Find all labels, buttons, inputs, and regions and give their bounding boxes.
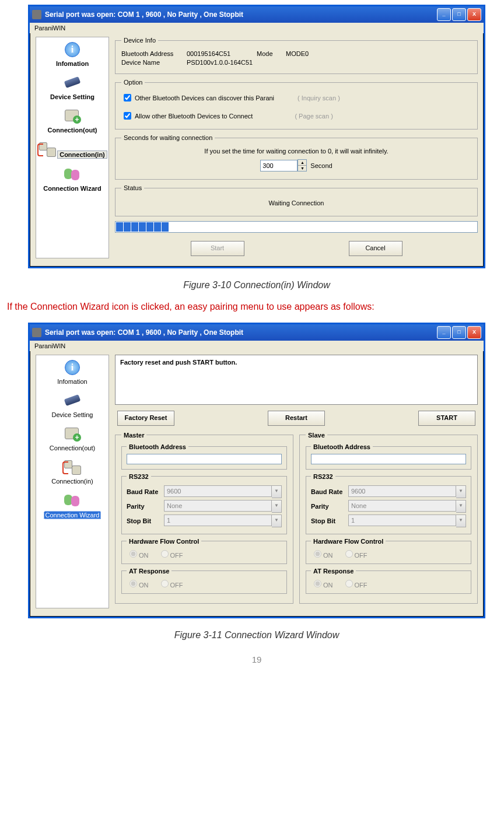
titlebar[interactable]: Serial port was open: COM 1 , 9600 , No …: [30, 6, 484, 23]
off-label: OFF: [355, 552, 368, 559]
allow-connect-label: Allow other Bluetooth Devices to Connect: [135, 113, 253, 120]
hfc-on-radio[interactable]: [130, 550, 137, 558]
hfc-off-radio[interactable]: [161, 550, 169, 558]
maximize-button[interactable]: □: [452, 326, 466, 339]
cancel-button[interactable]: Cancel: [349, 241, 402, 256]
progress-block: [154, 222, 161, 232]
atr-off-radio[interactable]: [161, 580, 169, 587]
sidebar-item-connection-out[interactable]: Connection(out): [36, 422, 108, 455]
menubar-item[interactable]: ParaniWIN: [30, 341, 484, 351]
seconds-input[interactable]: [260, 160, 298, 172]
hfc-legend: Hardware Flow Control: [311, 538, 386, 545]
connection-wizard-window: Serial port was open: COM 1 , 9600 , No …: [28, 323, 485, 618]
device-icon: [62, 393, 82, 408]
hfc-off-radio[interactable]: [345, 550, 353, 558]
chevron-down-icon[interactable]: ▼: [456, 485, 466, 498]
factory-reset-button[interactable]: Factory Reset: [117, 411, 174, 426]
stopbit-select[interactable]: 1: [348, 514, 456, 526]
bluetooth-address-group: Bluetooth Address: [121, 443, 287, 470]
progress-block: [116, 222, 123, 232]
minimize-button[interactable]: _: [437, 326, 451, 339]
stopbit-label: Stop Bit: [311, 517, 348, 524]
titlebar[interactable]: Serial port was open: COM 1 , 9600 , No …: [30, 324, 484, 341]
connection-in-window: Serial port was open: COM 1 , 9600 , No …: [28, 5, 485, 268]
stopbit-select[interactable]: 1: [164, 514, 272, 526]
minimize-button[interactable]: _: [437, 8, 451, 21]
instruction-box: Factory reset and push START button.: [115, 355, 478, 405]
chevron-down-icon[interactable]: ▼: [272, 514, 282, 527]
sidebar-item-connection-in[interactable]: Connection(in): [36, 137, 108, 162]
chevron-down-icon[interactable]: ▼: [456, 514, 466, 527]
spin-down-icon[interactable]: ▼: [298, 166, 306, 171]
close-button[interactable]: X: [467, 8, 481, 21]
start-button[interactable]: Start: [191, 241, 244, 256]
parity-select[interactable]: None: [348, 500, 456, 512]
legend: Slave: [306, 432, 327, 439]
bt-address-input[interactable]: [311, 454, 466, 464]
on-label: ON: [139, 582, 149, 589]
sidebar-item-information[interactable]: Infomation: [36, 37, 108, 71]
bt-legend: Bluetooth Address: [311, 443, 373, 450]
baud-select[interactable]: 9600: [348, 485, 456, 497]
status-legend: Status: [121, 184, 144, 191]
device-info-legend: Device Info: [121, 37, 158, 44]
spin-up-icon[interactable]: ▲: [298, 160, 306, 166]
menubar-item[interactable]: ParaniWIN: [30, 23, 484, 33]
sidebar-item-connection-in[interactable]: Connection(in): [36, 455, 108, 488]
atr-off-radio[interactable]: [345, 580, 353, 587]
bt-address-input[interactable]: [127, 454, 282, 464]
on-label: ON: [323, 552, 333, 559]
chevron-down-icon[interactable]: ▼: [456, 500, 466, 513]
sidebar-item-device-setting[interactable]: Device Setting: [36, 71, 108, 104]
device-info-group: Device Info Bluetooth Address000195164C5…: [115, 37, 478, 74]
close-button[interactable]: X: [467, 326, 481, 339]
bt-address-value: 000195164C51: [187, 50, 257, 57]
baud-label: Baud Rate: [311, 488, 348, 495]
wizard-icon: [62, 167, 82, 182]
sidebar-item-information[interactable]: Infomation: [36, 355, 108, 388]
hfc-legend: Hardware Flow Control: [127, 538, 201, 545]
progress-block: [146, 222, 153, 232]
baud-select[interactable]: 9600: [164, 485, 272, 497]
connection-out-icon: [62, 108, 82, 124]
rs232-group: RS232Baud Rate9600▼ParityNone▼Stop Bit1▼: [306, 473, 471, 534]
chevron-down-icon[interactable]: ▼: [272, 500, 282, 513]
mode-label: Mode: [257, 50, 286, 57]
mode-value: MODE0: [286, 50, 309, 57]
bt-legend: Bluetooth Address: [127, 443, 188, 450]
figure-caption: Figure 3-11 Connection Wizard Window: [5, 630, 504, 640]
page-number: 19: [5, 654, 504, 664]
discover-label: Other Bluetooth Devices can discover thi…: [135, 94, 274, 102]
rs232-legend: RS232: [127, 473, 151, 480]
parity-select[interactable]: None: [164, 500, 272, 512]
maximize-button[interactable]: □: [452, 8, 466, 21]
at-response-group: AT ResponseONOFF: [306, 568, 471, 594]
discover-checkbox[interactable]: [124, 94, 131, 102]
waiting-group: Seconds for waiting connection If you se…: [115, 134, 478, 180]
seconds-spinner[interactable]: ▲▼: [298, 159, 307, 172]
app-icon: [32, 328, 41, 337]
restart-button[interactable]: Restart: [268, 411, 325, 426]
sidebar-item-connection-wizard[interactable]: Connection Wizard: [36, 162, 108, 195]
sidebar-item-connection-out[interactable]: Connection(out): [36, 104, 108, 137]
figure-caption: Figure 3-10 Connection(in) Window: [5, 280, 504, 290]
connection-out-icon: [62, 426, 82, 442]
on-label: ON: [323, 582, 333, 589]
chevron-down-icon[interactable]: ▼: [272, 485, 282, 498]
device-name-value: PSD100v1.0.0-164C51: [187, 59, 253, 66]
sidebar-item-device-setting[interactable]: Device Setting: [36, 388, 108, 422]
start-button[interactable]: START: [418, 411, 475, 426]
parity-label: Parity: [311, 503, 348, 510]
atr-on-radio[interactable]: [314, 580, 321, 587]
off-label: OFF: [170, 552, 183, 559]
allow-connect-checkbox[interactable]: [124, 112, 131, 120]
at-response-group: AT ResponseONOFF: [121, 568, 287, 594]
rs232-legend: RS232: [311, 473, 335, 480]
info-icon: [62, 42, 82, 57]
atr-on-radio[interactable]: [130, 580, 137, 587]
sidebar-item-connection-wizard[interactable]: Connection Wizard: [36, 488, 108, 523]
hfc-on-radio[interactable]: [314, 550, 321, 558]
sidebar: Infomation Device Setting Connection(out…: [36, 37, 109, 258]
hfc-group: Hardware Flow ControlONOFF: [121, 538, 287, 564]
rs232-group: RS232Baud Rate9600▼ParityNone▼Stop Bit1▼: [121, 473, 287, 534]
